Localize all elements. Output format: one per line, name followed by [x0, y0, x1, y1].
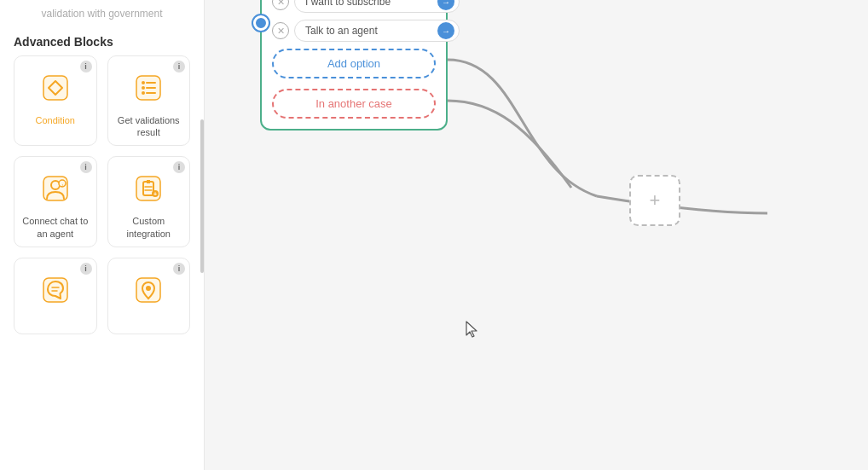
location-icon — [133, 275, 164, 305]
info-badge-get-validations: i — [173, 61, 185, 73]
block-card-6[interactable]: i — [107, 258, 191, 334]
cursor-icon — [465, 320, 480, 339]
svg-rect-0 — [43, 76, 67, 100]
info-badge-6: i — [173, 263, 185, 275]
block-card-5[interactable]: i — [14, 258, 97, 334]
sidebar: validation with government Advanced Bloc… — [0, 0, 205, 470]
svg-point-4 — [142, 86, 145, 90]
svg-text:♪: ♪ — [61, 183, 63, 188]
get-validations-label: Get validations result — [115, 114, 183, 139]
openai-icon — [40, 275, 71, 305]
option-arrow-2[interactable]: → — [437, 22, 454, 39]
get-validations-icon-wrap — [125, 65, 171, 111]
custom-integration-icon: + — [133, 173, 164, 204]
mouse-cursor — [465, 320, 480, 342]
block-card-condition[interactable]: i Condition — [14, 55, 97, 147]
plus-node[interactable]: + — [629, 175, 680, 226]
condition-label: Condition — [36, 114, 75, 126]
info-badge-5: i — [80, 263, 92, 275]
option-close-1[interactable]: ✕ — [272, 0, 289, 10]
svg-point-6 — [142, 91, 145, 95]
condition-icon-wrap — [32, 65, 78, 111]
option-row-2: ✕ → — [272, 20, 436, 42]
advanced-blocks-heading: Advanced Blocks — [0, 25, 204, 55]
info-badge-condition: i — [80, 61, 92, 73]
custom-integration-icon-wrap: + — [125, 165, 171, 212]
sidebar-scrollbar[interactable] — [200, 0, 204, 470]
condition-icon — [40, 73, 71, 103]
option-input-2[interactable] — [294, 20, 460, 42]
custom-integration-label: Custom integration — [115, 215, 183, 240]
get-validations-icon — [133, 73, 164, 103]
block6-icon-wrap — [125, 267, 171, 313]
block-card-custom-integration[interactable]: i + Custom integration — [107, 156, 191, 247]
block-card-get-validations[interactable]: i Get validations result — [107, 55, 191, 147]
connect-chat-icon: ♪ — [40, 173, 71, 204]
svg-point-2 — [142, 81, 145, 84]
option-input-1[interactable] — [294, 0, 460, 13]
close-icon-2: ✕ — [277, 26, 285, 37]
option-close-2[interactable]: ✕ — [272, 22, 289, 39]
svg-text:+: + — [153, 191, 157, 197]
info-badge-custom-integration: i — [173, 161, 185, 173]
start-connector-dot — [253, 15, 269, 31]
sidebar-top-text: validation with government — [0, 0, 204, 25]
block-card-connect-chat[interactable]: i ♪ Connect chat to an agent — [14, 156, 97, 247]
info-badge-connect-chat: i — [80, 161, 92, 173]
option-row-1: ✕ → — [272, 0, 436, 13]
blocks-grid: i Condition i — [0, 55, 204, 345]
add-option-button[interactable]: Add option — [272, 49, 436, 78]
connect-chat-label: Connect chat to an agent — [21, 215, 90, 240]
canvas: ✕ → ✕ → Add option In another case + — [205, 0, 868, 470]
block5-icon-wrap — [32, 267, 78, 313]
in-another-case-button[interactable]: In another case — [272, 89, 436, 119]
flow-card: ✕ → ✕ → Add option In another case — [260, 0, 448, 131]
svg-point-20 — [146, 286, 151, 291]
close-icon-1: ✕ — [277, 0, 285, 8]
connect-chat-icon-wrap: ♪ — [32, 165, 78, 212]
